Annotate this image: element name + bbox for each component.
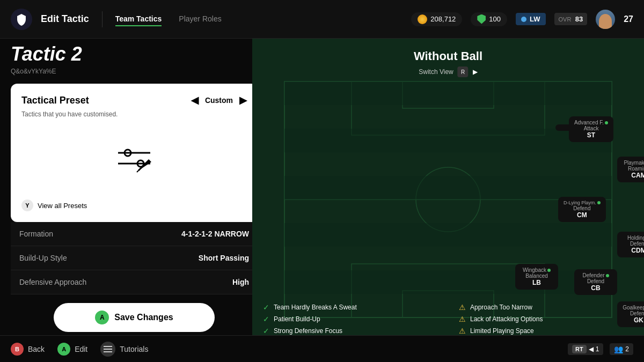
player-card-lb[interactable]: Wingback Balanced LB — [515, 264, 558, 290]
r-button[interactable]: R — [458, 67, 469, 77]
bottom-bar: B Back A Edit Tutorials RT ◀ 1 👥 2 — [0, 335, 644, 362]
tab-player-roles[interactable]: Player Roles — [179, 12, 221, 26]
player-pos-cbl: CB — [580, 284, 612, 292]
app-logo — [11, 9, 32, 30]
positives-column: ✓ Team Hardly Breaks A Sweat ✓ Patient B… — [263, 303, 437, 335]
player-card-st-1[interactable]: Advanced F. Attack ST — [569, 116, 613, 142]
formation-label: Formation — [19, 230, 53, 238]
save-changes-button[interactable]: A Save Changes — [54, 303, 215, 332]
player-avatar — [596, 10, 615, 29]
positive-label-3: Strong Defensive Focus — [274, 327, 342, 335]
svg-rect-16 — [284, 129, 612, 152]
preset-tactic-icon — [113, 139, 156, 182]
save-changes-label: Save Changes — [114, 313, 173, 322]
people-badge: 👥 2 — [610, 343, 633, 355]
y-button[interactable]: Y — [21, 200, 33, 211]
people-count: 2 — [625, 345, 629, 353]
shield-value: 100 — [489, 15, 501, 23]
player-pos-cdm: CDM — [623, 247, 644, 254]
defensive-value: High — [232, 278, 249, 286]
player-role-cml: Defend — [564, 205, 601, 211]
preset-next-button[interactable]: ▶ — [239, 94, 247, 106]
check-icon-2: ✓ — [263, 315, 269, 323]
tutorials-button[interactable]: Tutorials — [100, 342, 148, 357]
positive-item-2: ✓ Patient Build-Up — [263, 315, 437, 323]
buildup-value: Short Passing — [199, 254, 249, 262]
player-name-st1: Advanced F. — [574, 120, 608, 125]
edit-button[interactable]: A Edit — [57, 343, 87, 356]
defensive-row[interactable]: Defensive Approach High — [11, 270, 258, 294]
preset-navigation: ◀ Custom ▶ — [191, 94, 247, 106]
negative-label-2: Lack of Attacking Options — [470, 315, 543, 323]
positive-item-1: ✓ Team Hardly Breaks A Sweat — [263, 303, 437, 312]
positive-label-2: Patient Build-Up — [274, 315, 320, 323]
buildup-row[interactable]: Build-Up Style Short Passing — [11, 246, 258, 270]
player-role-cdm: Defend — [623, 241, 644, 247]
svg-rect-20 — [104, 346, 112, 347]
left-panel: Tactic 2 Q&o&vYkYa%E Tactical Preset ◀ C… — [11, 43, 258, 332]
tab-team-tactics[interactable]: Team Tactics — [115, 12, 162, 26]
formation-value: 4-1-2-1-2 NARROW — [181, 230, 249, 238]
tactic-subtitle: Q&o&vYkYa%E — [11, 68, 258, 75]
ovr-value: 83 — [575, 15, 583, 23]
rt-count-1: 1 — [596, 345, 599, 353]
player-pos-cam: CAM — [623, 172, 644, 179]
player-pos-st1: ST — [574, 131, 608, 139]
page-title: Edit Tactic — [41, 13, 89, 25]
player-card-cam[interactable]: Playmaker Roaming CAM — [617, 157, 644, 182]
player-role-cbl: Defend — [580, 278, 612, 284]
b-button-icon: B — [11, 343, 24, 356]
field-title: Without Ball — [414, 49, 482, 63]
preset-description: Tactics that you have customised. — [21, 110, 247, 118]
formation-row[interactable]: Formation 4-1-2-1-2 NARROW — [11, 222, 258, 246]
tactic-title: Tactic 2 — [11, 43, 258, 65]
svg-rect-19 — [284, 270, 612, 294]
negative-item-3: ⚠ Limited Playing Space — [459, 327, 633, 335]
player-number: 27 — [624, 14, 633, 24]
a-button-icon: A — [57, 343, 70, 356]
player-role-lb: Balanced — [521, 273, 553, 279]
player-name-lb: Wingback — [521, 267, 553, 273]
back-button[interactable]: B Back — [11, 343, 45, 356]
people-icon: 👥 — [614, 345, 623, 353]
top-nav: Team Tactics Player Roles — [115, 12, 222, 26]
player-card-cdm[interactable]: Holding Defend CDM — [617, 232, 644, 257]
preset-prev-button[interactable]: ◀ — [191, 94, 199, 106]
stats-section: Formation 4-1-2-1-2 NARROW Build-Up Styl… — [11, 222, 258, 294]
player-card-cm-left[interactable]: D-Lying Playm. Defend CM — [558, 197, 606, 222]
preset-name: Custom — [205, 96, 233, 105]
switch-view-label: Switch View — [419, 68, 453, 76]
negative-label-3: Limited Playing Space — [470, 327, 534, 335]
warning-icon-1: ⚠ — [459, 303, 466, 312]
svg-rect-15 — [284, 82, 612, 105]
currency-value: 208,712 — [430, 15, 456, 23]
preset-title: Tactical Preset — [21, 95, 89, 106]
position-label: LW — [530, 15, 540, 23]
a-button-icon: A — [95, 311, 109, 324]
svg-rect-17 — [284, 176, 612, 200]
currency-display: 208,712 — [411, 12, 462, 26]
player-name-cam: Playmaker — [623, 160, 644, 166]
position-dot — [521, 17, 526, 22]
svg-line-5 — [137, 171, 138, 172]
tutorials-label: Tutorials — [120, 345, 148, 353]
player-role-cam: Roaming — [623, 166, 644, 172]
ovr-badge: OVR 83 — [554, 13, 588, 25]
nav-divider — [102, 11, 103, 27]
player-card-cb-left[interactable]: Defender Defend CB — [574, 269, 617, 295]
view-all-label: View all Presets — [38, 202, 87, 210]
preset-icon-area — [21, 129, 247, 193]
back-label: Back — [28, 345, 45, 353]
player-pos-cml: CM — [564, 211, 601, 219]
positive-item-3: ✓ Strong Defensive Focus — [263, 327, 437, 335]
view-all-presets-row: Y View all Presets — [21, 200, 247, 211]
feedback-section: ✓ Team Hardly Breaks A Sweat ✓ Patient B… — [252, 303, 644, 335]
player-role-st1: Attack — [574, 125, 608, 131]
field-panel: Without Ball Switch View R ▶ Advanced F.… — [252, 39, 644, 362]
edit-label: Edit — [75, 345, 87, 353]
rt-button[interactable]: RT — [572, 345, 587, 353]
coin-icon — [418, 14, 427, 24]
bottom-right: RT ◀ 1 👥 2 — [568, 343, 633, 355]
switch-view: Switch View R ▶ — [419, 67, 477, 77]
player-name-cbl: Defender — [580, 272, 612, 278]
